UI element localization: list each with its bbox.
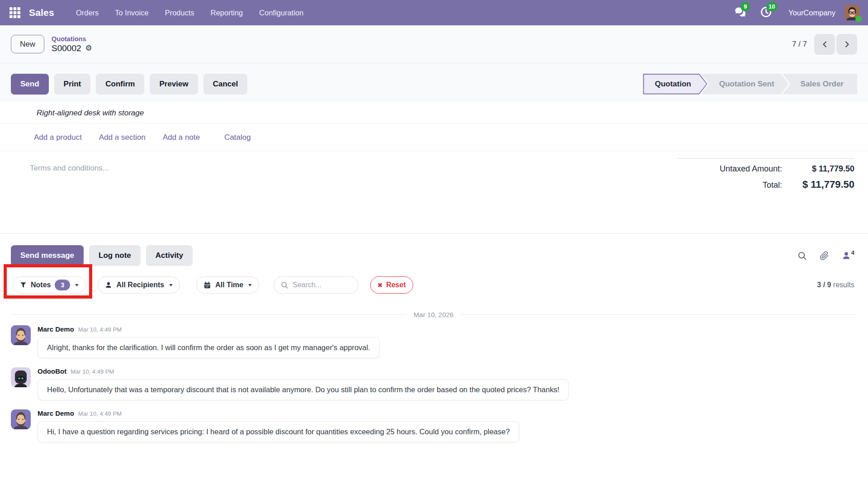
magnifier-icon [281,281,288,289]
followers-count: 4 [851,249,854,256]
nav-item-orders[interactable]: Orders [76,9,99,17]
pager-next-button[interactable] [836,34,857,55]
sheet-lower-area: Terms and conditions... Untaxed Amount: … [0,151,868,234]
message-row: Marc Demo Mar 10, 4:49 PM Alright, thank… [0,319,868,361]
message-author[interactable]: Marc Demo [38,409,74,417]
status-step-sales-order[interactable]: Sales Order [783,74,857,95]
print-button[interactable]: Print [54,74,91,95]
person-icon [842,251,851,260]
message-search-box[interactable] [274,276,359,294]
breadcrumb-parent-quotations[interactable]: Quotations [52,35,92,43]
new-button[interactable]: New [11,35,44,53]
add-product-link[interactable]: Add a product [34,133,82,142]
calendar-icon [203,281,211,289]
chevron-down-icon [75,284,79,286]
untaxed-amount-label: Untaxed Amount: [677,164,782,174]
search-input[interactable] [292,281,347,289]
activity-button[interactable]: Activity [146,245,193,266]
notes-filter-label: Notes [31,281,51,289]
log-note-button[interactable]: Log note [89,245,141,266]
nav-item-reporting[interactable]: Reporting [211,9,243,17]
notes-filter-dropdown[interactable]: Notes 3 [13,276,86,294]
online-status-dot [855,16,862,22]
breadcrumb-current: S00002 ⚙ [52,43,92,53]
avatar-marc-demo[interactable] [11,409,31,429]
followers-button[interactable]: 4 [842,251,854,260]
chatter-toolbar: Send message Log note Activity 4 [0,234,868,270]
send-button[interactable]: Send [11,74,49,95]
record-pager: 7 / 7 [792,34,857,55]
paperclip-icon [820,251,829,261]
messages-count-badge: 9 [741,2,750,11]
total-value: $ 11,779.50 [782,179,854,190]
message-header: Marc Demo Mar 10, 4:49 PM [38,409,122,417]
person-icon [105,281,112,289]
user-menu-avatar[interactable] [844,5,860,20]
avatar-marc-demo[interactable] [11,325,31,345]
nav-item-products[interactable]: Products [165,9,194,17]
chatter-icon-group: 4 [797,251,854,261]
time-filter-label: All Time [215,281,243,289]
cancel-button[interactable]: Cancel [203,74,248,95]
message-body: Marc Demo Mar 10, 4:49 PM Alright, thank… [38,325,380,358]
magnifier-icon [797,251,807,261]
divider-line [461,314,856,315]
results-count: 3 / 9 [817,281,831,289]
reset-filters-button[interactable]: ✖ Reset [370,276,413,294]
add-note-link[interactable]: Add a note [163,133,200,142]
funnel-icon [20,282,27,288]
record-name: S00002 [52,43,81,53]
activities-menu[interactable]: 10 [760,6,772,20]
preview-button[interactable]: Preview [150,74,198,95]
add-section-link[interactable]: Add a section [99,133,146,142]
message-timestamp: Mar 10, 4:49 PM [78,326,122,333]
message-bubble: Hi, I have a question regarding services… [38,421,519,442]
apps-grid-icon[interactable] [8,6,22,19]
avatar-odoobot[interactable] [11,367,31,387]
order-line-note[interactable]: Right-aligned desk with storage [0,102,868,124]
nav-item-to-invoice[interactable]: To Invoice [115,9,148,17]
date-divider: Mar 10, 2026 [11,311,856,318]
terms-and-conditions-field[interactable]: Terms and conditions... [30,164,109,173]
activities-count-badge: 10 [766,2,777,11]
odoobot-avatar-image [11,367,31,387]
x-cross-icon: ✖ [377,282,382,289]
search-messages-button[interactable] [797,251,807,261]
message-header: Marc Demo Mar 10, 4:49 PM [38,325,122,333]
chevron-down-icon [169,284,173,286]
message-header: OdooBot Mar 10, 4:49 PM [38,367,114,375]
catalog-link[interactable]: Catalog [224,133,251,142]
messages-menu[interactable]: 9 [734,6,746,20]
total-label: Total: [677,180,782,190]
status-bar: Quotation Quotation Sent Sales Order [643,74,857,95]
marc-demo-avatar-image [11,409,31,429]
chevron-down-icon [248,284,252,286]
totals-block: Untaxed Amount: $ 11,779.50 Total: $ 11,… [677,158,854,195]
order-line-actions: Add a product Add a section Add a note C… [0,124,868,151]
chevron-right-icon [844,41,850,48]
send-message-button[interactable]: Send message [11,245,84,266]
message-author[interactable]: Marc Demo [38,325,74,333]
recipients-filter-dropdown[interactable]: All Recipients [98,276,180,294]
app-title[interactable]: Sales [29,7,54,18]
message-author[interactable]: OdooBot [38,367,66,375]
company-switcher[interactable]: YourCompany [788,9,835,17]
breadcrumb-bar: New Quotations S00002 ⚙ 7 / 7 [0,25,868,63]
status-step-quotation-sent[interactable]: Quotation Sent [701,74,789,95]
nav-item-configuration[interactable]: Configuration [259,9,303,17]
grid-icon [9,7,21,19]
attach-files-button[interactable] [820,251,829,261]
reset-label: Reset [386,281,406,289]
time-filter-dropdown[interactable]: All Time [196,276,259,294]
message-bubble: Hello, Unfortunately that was a temporar… [38,379,569,400]
confirm-button[interactable]: Confirm [96,74,144,95]
results-suffix: results [831,281,854,289]
gear-icon[interactable]: ⚙ [85,43,92,53]
message-timestamp: Mar 10, 4:49 PM [71,368,114,375]
recipients-filter-label: All Recipients [116,281,164,289]
status-step-quotation[interactable]: Quotation [643,74,707,95]
divider-line [11,314,406,315]
date-divider-label: Mar 10, 2026 [414,311,453,318]
pager-previous-button[interactable] [814,34,835,55]
total-row: Total: $ 11,779.50 [677,179,854,190]
